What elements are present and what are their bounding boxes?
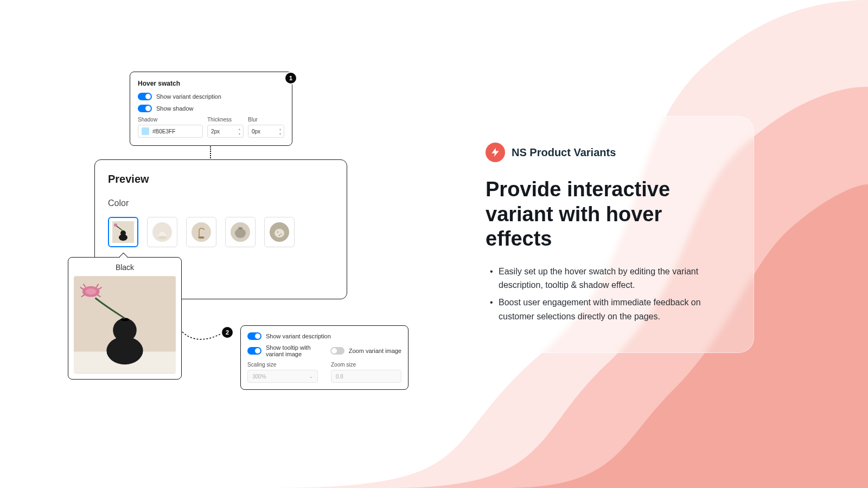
svg-point-14 — [280, 234, 282, 235]
callout-badge-2: 2 — [221, 326, 234, 339]
toggle-label: Show shadow — [156, 105, 194, 112]
svg-point-19 — [113, 318, 137, 342]
toggle-label: Show variant description — [266, 333, 331, 339]
svg-point-9 — [235, 228, 246, 238]
scaling-size-label: Scaling size — [247, 362, 318, 368]
color-swatch-icon — [142, 127, 149, 135]
swatch-list — [108, 217, 334, 247]
svg-point-2 — [120, 230, 126, 236]
swatch-black[interactable] — [108, 217, 138, 247]
scaling-size-select[interactable]: 300% ⌄ — [247, 370, 318, 383]
swatch-terracotta[interactable] — [186, 217, 216, 247]
variant-tooltip: Black — [68, 257, 182, 380]
swatch-stone[interactable] — [225, 217, 256, 247]
blur-label: Blur — [248, 117, 284, 123]
info-title: Provide interactive variant with hover e… — [486, 177, 730, 252]
thickness-input[interactable]: 2px ▴▾ — [207, 125, 244, 138]
toggle-label: Show variant description — [156, 93, 221, 100]
swatch-speckled[interactable] — [264, 217, 295, 247]
toggle-label: Show tooltip with variant image — [266, 344, 317, 357]
info-card: NS Product Variants Provide interactive … — [461, 116, 754, 353]
svg-point-12 — [275, 229, 284, 237]
svg-point-6 — [192, 222, 211, 242]
svg-point-3 — [114, 223, 117, 227]
chevron-down-icon: ⌄ — [309, 374, 313, 379]
info-bullet: Boost user engagement with immediate fee… — [486, 296, 730, 323]
svg-point-22 — [86, 288, 97, 295]
toggle-show-tooltip[interactable] — [247, 347, 261, 355]
tooltip-image — [74, 276, 176, 374]
toggle-show-variant-description-2[interactable] — [247, 332, 261, 340]
toggle-show-shadow[interactable] — [138, 105, 152, 112]
toggle-show-variant-description[interactable] — [138, 93, 152, 100]
swatch-cream[interactable] — [147, 217, 177, 247]
svg-point-10 — [238, 227, 242, 229]
toggle-label: Zoom variant image — [349, 348, 401, 354]
svg-point-5 — [158, 236, 167, 239]
option-label: Color — [108, 198, 334, 208]
panel1-title: Hover swatch — [138, 80, 284, 87]
stepper-icon[interactable]: ▴▾ — [237, 126, 242, 136]
connector-line — [182, 332, 222, 345]
brand-name: NS Product Variants — [512, 146, 616, 159]
brand-logo-icon — [486, 143, 505, 162]
shadow-color-input[interactable]: #B0E3FF — [138, 125, 203, 138]
zoom-size-label: Zoom size — [331, 362, 401, 368]
svg-point-7 — [198, 236, 205, 239]
svg-point-13 — [277, 232, 278, 233]
blur-input[interactable]: 0px ▴▾ — [248, 125, 284, 138]
toggle-zoom-variant[interactable] — [330, 347, 344, 355]
callout-badge-1: 1 — [284, 72, 297, 85]
zoom-size-input[interactable]: 0.8 — [331, 370, 401, 383]
thickness-label: Thickness — [207, 117, 244, 123]
shadow-label: Shadow — [138, 117, 203, 123]
preview-title: Preview — [108, 173, 334, 185]
tooltip-label: Black — [74, 263, 176, 272]
info-bullet: Easily set up the hover swatch by editin… — [486, 265, 730, 292]
info-bullet-list: Easily set up the hover swatch by editin… — [486, 265, 730, 323]
hover-swatch-settings-panel: Hover swatch Show variant description Sh… — [130, 72, 292, 146]
svg-point-15 — [279, 235, 280, 236]
tooltip-settings-panel: Show variant description Show tooltip wi… — [240, 325, 409, 390]
stepper-icon[interactable]: ▴▾ — [277, 126, 283, 136]
